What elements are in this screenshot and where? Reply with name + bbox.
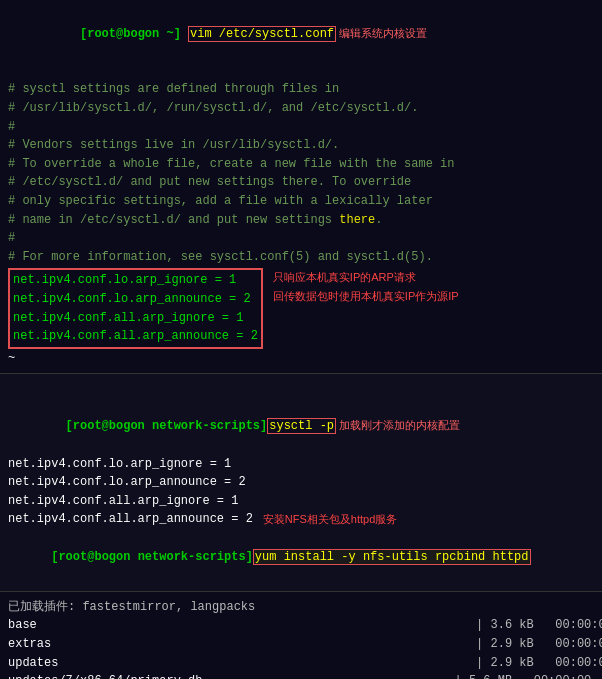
sysctl-cmd: sysctl -p xyxy=(269,419,334,433)
comment-2: # /usr/lib/sysctl.d/, /run/sysctl.d/, an… xyxy=(8,99,594,118)
sysctl-cmd-box: sysctl -p xyxy=(267,418,336,434)
sysctl-annotation: 加载刚才添加的内核配置 xyxy=(336,419,460,431)
comment-9: # xyxy=(8,229,594,248)
yum-cmd: yum install -y nfs-utils rpcbind httpd xyxy=(255,550,529,564)
blank-line-1 xyxy=(8,62,594,81)
yum-cmd-box: yum install -y nfs-utils rpcbind httpd xyxy=(253,549,531,565)
yum-prompt: [root@bogon network-scripts] xyxy=(51,550,253,564)
comment-5: # To override a whole file, create a new… xyxy=(8,155,594,174)
blank-line-2 xyxy=(8,380,594,399)
vim-tilde xyxy=(181,27,188,41)
nfs-annotation: 安装NFS相关包及httpd服务 xyxy=(263,512,397,527)
comment-8: # name in /etc/sysctl.d/ and put new set… xyxy=(8,211,594,230)
comment-7: # only specific settings, add a file wit… xyxy=(8,192,594,211)
yum-cmd-line: [root@bogon network-scripts]yum install … xyxy=(8,529,594,585)
repo-extras: extras | 2.9 kB 00:00:00 xyxy=(8,635,594,654)
comment-4: # Vendors settings live in /usr/lib/sysc… xyxy=(8,136,594,155)
hl-line-4: net.ipv4.conf.all.arp_announce = 2 xyxy=(13,327,258,346)
install-section: 已加载插件: fastestmirror, langpacks base | 3… xyxy=(0,592,602,679)
hl-line-1: net.ipv4.conf.lo.arp_ignore = 1 xyxy=(13,271,258,290)
sc-line-3: net.ipv4.conf.all.arp_ignore = 1 xyxy=(8,492,594,511)
repo-updates-db: updates/7/x86_64/primary_db | 5.6 MB 00:… xyxy=(8,672,594,679)
vim-command-content: [root@bogon ~] vim /etc/sysctl.conf 编辑系统… xyxy=(8,6,594,62)
sysctl-section: [root@bogon network-scripts]sysctl -p 加载… xyxy=(0,374,602,592)
comment-6: # /etc/sysctl.d/ and put new settings th… xyxy=(8,173,594,192)
vim-cmd: vim /etc/sysctl.conf xyxy=(190,27,334,41)
comment-1: # sysctl settings are defined through fi… xyxy=(8,80,594,99)
sc-line-1: net.ipv4.conf.lo.arp_ignore = 1 xyxy=(8,455,594,474)
repo-base: base | 3.6 kB 00:00:00 xyxy=(8,616,594,635)
vim-annotation: 编辑系统内核设置 xyxy=(336,27,427,39)
vim-command-row: [root@bogon ~] vim /etc/sysctl.conf 编辑系统… xyxy=(8,6,594,62)
vim-prompt-line: [root@bogon ~] vim /etc/sysctl.conf 编辑系统… xyxy=(8,6,594,62)
hl-annotation-1: 只响应本机真实IP的ARP请求 xyxy=(273,268,459,287)
sysctl-prompt: [root@bogon network-scripts] xyxy=(66,419,268,433)
loading-line: 已加载插件: fastestmirror, langpacks xyxy=(8,598,594,617)
sc-line-4: net.ipv4.conf.all.arp_announce = 2 xyxy=(8,510,253,529)
hl-annotation-2: 回传数据包时使用本机真实IP作为源IP xyxy=(273,287,459,306)
vim-cmd-box: vim /etc/sysctl.conf xyxy=(188,26,336,42)
terminal-window: [root@bogon ~] vim /etc/sysctl.conf 编辑系统… xyxy=(0,0,602,679)
hl-line-3: net.ipv4.conf.all.arp_ignore = 1 xyxy=(13,309,258,328)
highlighted-block: net.ipv4.conf.lo.arp_ignore = 1 net.ipv4… xyxy=(8,268,263,348)
repos-table: base | 3.6 kB 00:00:00 extras | 2.9 kB 0… xyxy=(8,616,594,679)
tilde-line: ~ xyxy=(8,349,594,368)
sysctl-cmd-line: [root@bogon network-scripts]sysctl -p 加载… xyxy=(8,399,460,455)
sysctl-cmd-row: [root@bogon network-scripts]sysctl -p 加载… xyxy=(8,399,594,455)
highlighted-block-row: net.ipv4.conf.lo.arp_ignore = 1 net.ipv4… xyxy=(8,268,594,348)
comment-10: # For more information, see sysctl.conf(… xyxy=(8,248,594,267)
vim-section: [root@bogon ~] vim /etc/sysctl.conf 编辑系统… xyxy=(0,0,602,374)
sc-line-2: net.ipv4.conf.lo.arp_announce = 2 xyxy=(8,473,594,492)
comment-3: # xyxy=(8,118,594,137)
sc-line-4-row: net.ipv4.conf.all.arp_announce = 2 安装NFS… xyxy=(8,510,594,529)
vim-prompt: [root@bogon ~] xyxy=(80,27,181,41)
hl-annotations: 只响应本机真实IP的ARP请求 回传数据包时使用本机真实IP作为源IP xyxy=(273,268,459,305)
hl-line-2: net.ipv4.conf.lo.arp_announce = 2 xyxy=(13,290,258,309)
repo-updates: updates | 2.9 kB 00:00:00 xyxy=(8,654,594,673)
